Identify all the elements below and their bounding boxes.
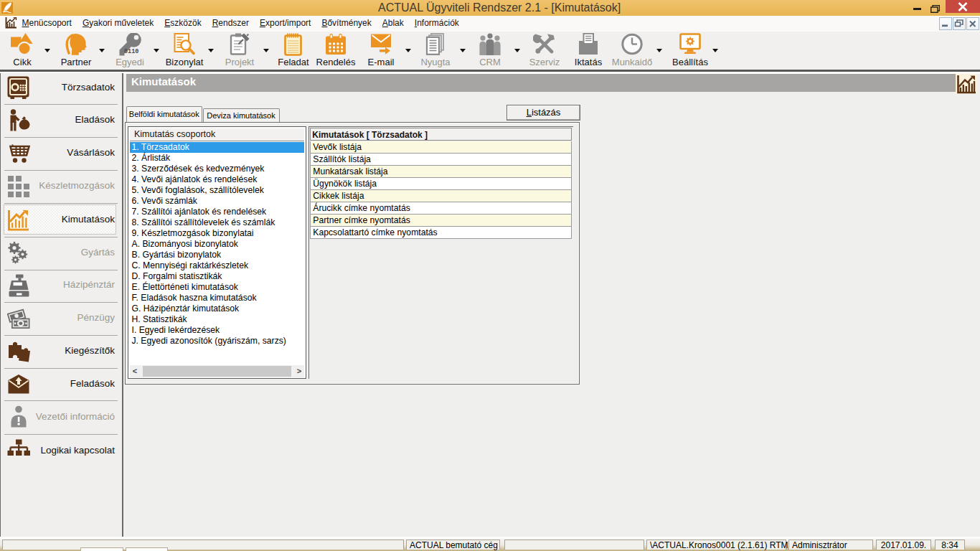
svg-text:0110: 0110	[124, 48, 138, 55]
